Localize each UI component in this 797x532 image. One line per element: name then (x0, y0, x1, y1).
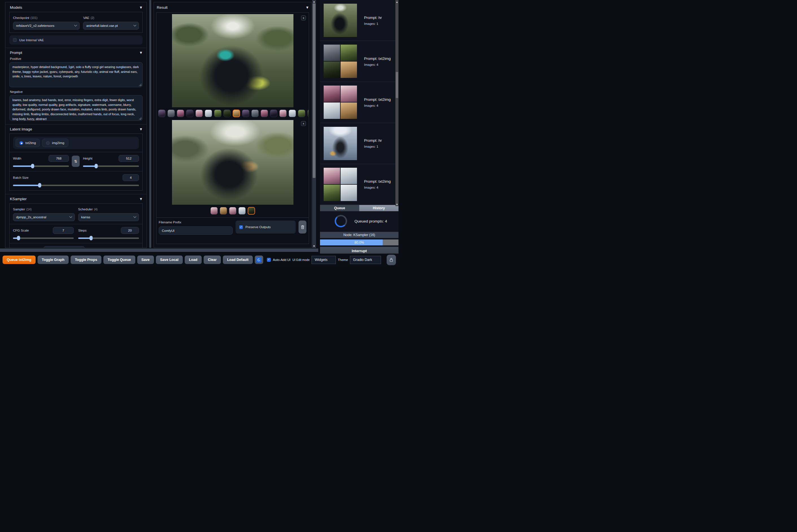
close-image-1-button[interactable]: X (301, 16, 306, 20)
width-value[interactable]: 768 (49, 155, 69, 162)
seed-value[interactable]: 693741274019139 (43, 246, 85, 248)
gallery-thumbnail[interactable] (261, 110, 268, 117)
batch-size-slider[interactable] (13, 183, 139, 188)
result-image-2[interactable] (172, 120, 293, 205)
ksampler-section-header[interactable]: KSampler ▼ (9, 194, 143, 203)
save-button[interactable]: Save (137, 255, 154, 264)
steps-value[interactable]: 20 (121, 227, 139, 234)
history-thumbnail[interactable] (324, 44, 340, 61)
close-image-2-button[interactable]: X (301, 121, 306, 126)
gallery-thumbnail[interactable] (298, 110, 305, 117)
history-thumbnail[interactable] (341, 185, 357, 201)
history-thumbnail[interactable] (341, 168, 357, 184)
gallery-thumbnail[interactable] (242, 110, 249, 117)
prompt-section-header[interactable]: Prompt ▼ (9, 48, 143, 57)
history-thumbnail[interactable] (324, 4, 357, 37)
scrollbar-thumb[interactable] (312, 3, 316, 178)
filename-prefix-input[interactable]: ComfyUI (159, 226, 233, 235)
height-value[interactable]: 512 (119, 155, 139, 162)
preserve-outputs-checkbox[interactable] (239, 225, 243, 229)
positive-prompt-textarea[interactable]: masterpiece, hyper detailed background, … (9, 62, 143, 87)
workspace-scrollbar[interactable]: ▲ ▼ (312, 0, 316, 248)
gallery-thumbnail[interactable] (177, 110, 184, 117)
auto-add-ui-checkbox[interactable] (267, 258, 271, 262)
resize-handle-icon[interactable] (139, 117, 141, 120)
theme-select[interactable]: Gradio Dark (350, 256, 381, 264)
history-thumbnail[interactable] (324, 61, 340, 78)
collapse-icon[interactable]: ▼ (140, 51, 142, 54)
history-item[interactable]: Prompt: txt2imgImages: 4 (320, 164, 398, 205)
workspace-horizontal-scrollbar[interactable] (0, 248, 318, 252)
history-scrollbar[interactable]: ▲ ▼ (395, 0, 398, 206)
history-thumbnail[interactable] (324, 168, 340, 184)
gallery-2-thumbstrip[interactable] (156, 206, 309, 216)
gallery-thumbnail[interactable] (307, 110, 309, 117)
widgets-select[interactable]: Widgets (311, 256, 336, 264)
history-thumbnail[interactable] (341, 102, 357, 119)
cfg-slider[interactable] (13, 236, 74, 240)
collapse-icon[interactable]: ▼ (140, 6, 142, 9)
use-internal-vae-checkbox[interactable] (13, 38, 17, 42)
width-slider[interactable] (13, 164, 69, 168)
history-thumbnail[interactable] (324, 86, 340, 102)
load-button[interactable]: Load (185, 255, 202, 264)
height-slider[interactable] (83, 164, 139, 168)
sampler-dropdown[interactable]: dpmpp_2s_ancestral (13, 213, 75, 221)
gallery-thumbnail[interactable] (270, 110, 277, 117)
save-local-button[interactable]: Save Local (156, 255, 183, 264)
checkpoint-dropdown[interactable]: refslaveV2_v2.safetensors (13, 22, 80, 30)
gallery-1-thumbstrip[interactable] (156, 108, 309, 118)
gallery-thumbnail[interactable] (168, 110, 175, 117)
gallery-thumbnail[interactable] (239, 207, 246, 215)
preserve-outputs-row[interactable]: Preserve Outputs (235, 221, 296, 233)
gallery-thumbnail[interactable] (220, 207, 227, 215)
swap-dimensions-button[interactable]: ⇅ (72, 156, 80, 167)
history-item[interactable]: Prompt: txt2imgImages: 4 (320, 41, 398, 82)
scheduler-dropdown[interactable]: karras (78, 213, 139, 221)
gallery-thumbnail-selected[interactable] (233, 110, 240, 117)
gallery-thumbnail[interactable] (214, 110, 222, 117)
latent-section-header[interactable]: Latent Image ▼ (9, 125, 143, 134)
tab-history[interactable]: History (359, 205, 398, 211)
toggle-graph-button[interactable]: Toggle Graph (38, 255, 69, 264)
history-thumbnail[interactable] (341, 86, 357, 102)
gallery-thumbnail[interactable] (205, 110, 212, 117)
toggle-props-button[interactable]: Toggle Props (71, 255, 101, 264)
collapse-icon[interactable]: ▼ (306, 6, 308, 9)
gallery-thumbnail[interactable] (195, 110, 203, 117)
cfg-value[interactable]: 7 (53, 227, 74, 234)
gallery-thumbnail[interactable] (251, 110, 259, 117)
result-image-1[interactable] (172, 14, 293, 107)
gallery-thumbnail[interactable] (279, 110, 287, 117)
txt2img-radio[interactable]: txt2img (16, 139, 40, 147)
use-internal-vae-row[interactable]: Use Internal VAE (9, 35, 143, 44)
history-thumbnail[interactable] (341, 61, 357, 78)
collapse-icon[interactable]: ▼ (140, 128, 142, 131)
lock-ui-button[interactable] (387, 255, 396, 265)
gallery-thumbnail-selected[interactable] (248, 207, 255, 215)
tab-queue[interactable]: Queue (320, 205, 359, 211)
negative-prompt-textarea[interactable]: lowres, bad anatomy, bad hands, text, er… (9, 95, 143, 121)
gallery-thumbnail[interactable] (223, 110, 231, 117)
history-thumbnail[interactable] (324, 102, 340, 119)
vae-dropdown[interactable]: animefull-latest.vae.pt (83, 22, 139, 30)
history-item[interactable]: Prompt: hrImages: 1 (320, 0, 398, 41)
collapse-icon[interactable]: ▼ (140, 197, 142, 201)
steps-slider[interactable] (78, 236, 139, 240)
history-thumbnail[interactable] (324, 127, 357, 160)
img2img-radio[interactable]: img2img (42, 139, 68, 147)
gallery-thumbnail[interactable] (229, 207, 236, 215)
gallery-thumbnail[interactable] (158, 110, 166, 117)
load-default-button[interactable]: Load Default (223, 255, 253, 264)
history-thumbnail[interactable] (324, 185, 340, 201)
history-thumbnail-grid[interactable] (324, 44, 357, 78)
scrollbar-thumb[interactable] (396, 72, 398, 98)
refresh-ui-button[interactable] (255, 255, 263, 264)
history-item[interactable]: Prompt: txt2imgImages: 4 (320, 82, 398, 123)
gallery-thumbnail[interactable] (210, 207, 218, 215)
clear-button[interactable]: Clear (204, 255, 221, 264)
history-item[interactable]: Prompt: hrImages: 1 (320, 123, 398, 164)
auto-add-ui-row[interactable]: Auto-Add UI (267, 258, 291, 262)
toggle-queue-button[interactable]: Toggle Queue (103, 255, 135, 264)
history-thumbnail-grid[interactable] (324, 168, 357, 201)
